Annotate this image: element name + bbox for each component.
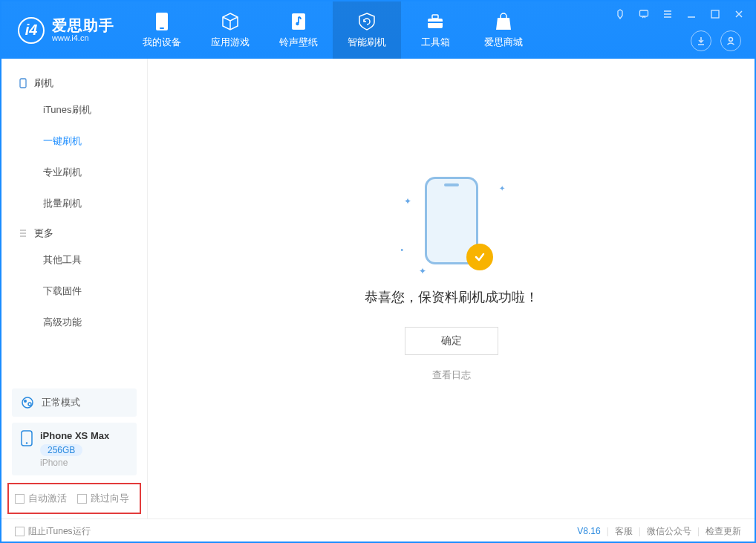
view-log-link[interactable]: 查看日志 xyxy=(432,368,471,382)
success-message: 恭喜您，保资料刷机成功啦！ xyxy=(365,288,538,306)
svg-rect-7 xyxy=(640,10,648,16)
tab-flash[interactable]: 智能刷机 xyxy=(333,1,401,59)
mode-label: 正常模式 xyxy=(42,396,80,409)
bag-icon xyxy=(494,12,513,31)
main-content: ✦✦ •✦ 恭喜您，保资料刷机成功啦！ 确定 查看日志 xyxy=(148,59,755,518)
minimize-button[interactable] xyxy=(683,7,700,21)
tab-label: 爱思商城 xyxy=(484,36,523,49)
download-button[interactable] xyxy=(691,30,711,51)
sidebar-item-download-fw[interactable]: 下载固件 xyxy=(1,276,147,307)
user-button[interactable] xyxy=(720,30,741,51)
mode-icon xyxy=(21,396,34,409)
device-mode-box[interactable]: 正常模式 xyxy=(12,388,137,417)
tab-label: 我的设备 xyxy=(143,36,181,49)
sidebar-group-more: 更多 xyxy=(1,219,147,244)
svg-rect-1 xyxy=(160,27,164,29)
check-label: 跳过向导 xyxy=(91,492,129,505)
sidebar-item-oneclick-flash[interactable]: 一键刷机 xyxy=(1,126,147,157)
device-type: iPhone xyxy=(40,458,109,468)
check-badge-icon xyxy=(466,244,493,270)
svg-rect-6 xyxy=(428,22,443,23)
group-label: 刷机 xyxy=(34,77,53,90)
device-name: iPhone XS Max xyxy=(40,430,109,441)
check-label: 阻止iTunes运行 xyxy=(28,525,91,538)
tab-my-device[interactable]: 我的设备 xyxy=(128,1,196,59)
svg-rect-8 xyxy=(711,10,719,18)
sidebar-group-flash: 刷机 xyxy=(1,69,147,94)
sidebar-item-advanced[interactable]: 高级功能 xyxy=(1,307,147,338)
feedback-icon[interactable] xyxy=(636,7,652,21)
phone-icon xyxy=(21,430,33,446)
sidebar-item-pro-flash[interactable]: 专业刷机 xyxy=(1,157,147,188)
block-itunes-checkbox[interactable]: 阻止iTunes运行 xyxy=(15,525,91,538)
wechat-link[interactable]: 微信公众号 xyxy=(647,525,691,538)
menu-icon[interactable] xyxy=(659,7,676,21)
sidebar-item-other-tools[interactable]: 其他工具 xyxy=(1,244,147,276)
version-label: V8.16 xyxy=(577,526,600,536)
device-icon xyxy=(18,78,28,88)
footer: 阻止iTunes运行 V8.16 | 客服 | 微信公众号 | 检查更新 xyxy=(1,518,755,543)
titlebar: i4 爱思助手 www.i4.cn 我的设备 应用游戏 铃声壁纸 智能刷机 工具… xyxy=(1,1,755,59)
music-icon xyxy=(289,12,308,31)
theme-icon[interactable] xyxy=(612,7,628,21)
device-info-box[interactable]: iPhone XS Max 256GB iPhone xyxy=(12,423,137,475)
window-controls xyxy=(612,7,747,21)
toolbox-icon xyxy=(426,12,445,31)
phone-icon xyxy=(152,12,172,31)
svg-point-12 xyxy=(24,400,27,403)
cube-icon xyxy=(221,12,240,31)
device-storage: 256GB xyxy=(40,444,82,456)
logo-icon: i4 xyxy=(18,17,45,44)
success-illustration: ✦✦ •✦ xyxy=(392,174,511,270)
tab-store[interactable]: 爱思商城 xyxy=(469,1,538,59)
svg-point-9 xyxy=(729,38,733,42)
close-button[interactable] xyxy=(731,7,747,21)
svg-rect-5 xyxy=(432,15,438,19)
highlighted-options: 自动激活 跳过向导 xyxy=(7,483,141,514)
logo[interactable]: i4 爱思助手 www.i4.cn xyxy=(1,17,128,44)
tab-toolbox[interactable]: 工具箱 xyxy=(401,1,469,59)
check-label: 自动激活 xyxy=(28,492,67,505)
tab-label: 铃声壁纸 xyxy=(279,36,318,49)
nav-tabs: 我的设备 应用游戏 铃声壁纸 智能刷机 工具箱 爱思商城 xyxy=(128,1,538,59)
svg-rect-10 xyxy=(20,79,26,88)
support-link[interactable]: 客服 xyxy=(615,525,633,538)
tab-label: 应用游戏 xyxy=(211,36,250,49)
skip-guide-checkbox[interactable]: 跳过向导 xyxy=(77,492,129,505)
sidebar-item-itunes-flash[interactable]: iTunes刷机 xyxy=(1,94,147,126)
tab-ringtones[interactable]: 铃声壁纸 xyxy=(264,1,333,59)
check-update-link[interactable]: 检查更新 xyxy=(706,525,741,538)
tab-label: 工具箱 xyxy=(421,36,450,49)
app-subtitle: www.i4.cn xyxy=(52,33,114,42)
svg-point-15 xyxy=(26,442,27,443)
ok-button[interactable]: 确定 xyxy=(405,327,498,355)
sidebar: 刷机 iTunes刷机 一键刷机 专业刷机 批量刷机 更多 其他工具 下载固件 … xyxy=(1,59,148,518)
sidebar-item-batch-flash[interactable]: 批量刷机 xyxy=(1,188,147,219)
app-title: 爱思助手 xyxy=(52,17,114,33)
tab-apps[interactable]: 应用游戏 xyxy=(196,1,264,59)
list-icon xyxy=(18,228,28,238)
group-label: 更多 xyxy=(34,227,53,240)
svg-point-11 xyxy=(22,397,33,408)
svg-point-13 xyxy=(28,403,31,406)
tab-label: 智能刷机 xyxy=(348,36,386,49)
refresh-shield-icon xyxy=(357,12,377,31)
svg-point-3 xyxy=(296,22,299,25)
svg-rect-4 xyxy=(428,19,443,28)
auto-activate-checkbox[interactable]: 自动激活 xyxy=(15,492,67,505)
maximize-button[interactable] xyxy=(707,7,723,21)
